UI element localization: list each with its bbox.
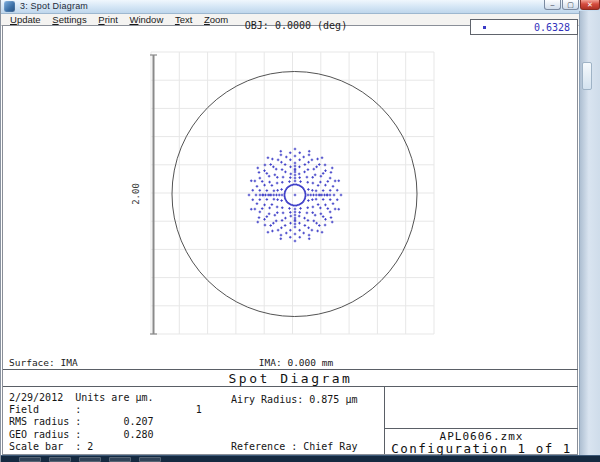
window-title: 3: Spot Diagram bbox=[20, 1, 88, 11]
menu-item-print[interactable]: Print bbox=[98, 14, 118, 25]
app-icon bbox=[4, 1, 15, 12]
taskbar-button[interactable] bbox=[79, 457, 101, 462]
reference-label: Reference : Chief Ray bbox=[231, 441, 357, 452]
wavelength-swatch-icon bbox=[483, 26, 486, 29]
ima-coordinate-label: IMA: 0.000 mm bbox=[151, 357, 441, 368]
configuration-label: Configuration 1 of 1 bbox=[385, 441, 578, 456]
divider bbox=[384, 428, 578, 429]
surface-label: Surface: IMA bbox=[9, 357, 78, 368]
scrollbar-track[interactable] bbox=[579, 11, 600, 455]
divider bbox=[3, 386, 578, 387]
minimize-button[interactable]: – bbox=[544, 0, 561, 10]
spot-statistics: 2/29/2012 Units are μm. Field : 1 RMS ra… bbox=[9, 392, 202, 453]
obj-field-label: OBJ: 0.0000 (deg) bbox=[151, 20, 441, 31]
menu-item-update[interactable]: Update bbox=[10, 14, 41, 25]
plot-title: Spot Diagram bbox=[3, 371, 578, 386]
menu-item-settings[interactable]: Settings bbox=[52, 14, 86, 25]
airy-radius-label: Airy Radius: 0.875 μm bbox=[231, 394, 357, 405]
close-button[interactable]: ✕ bbox=[580, 0, 600, 10]
scrollbar-thumb[interactable] bbox=[582, 62, 592, 90]
taskbar-button[interactable] bbox=[19, 457, 41, 462]
taskbar bbox=[1, 455, 600, 462]
scale-bar-label: 2.00 bbox=[131, 183, 141, 205]
maximize-button[interactable]: ▢ bbox=[562, 0, 579, 10]
titlebar[interactable]: 3: Spot Diagram bbox=[1, 0, 600, 14]
app-window: 3: Spot Diagram – ▢ ✕ Update Settings Pr… bbox=[0, 0, 600, 462]
taskbar-button[interactable] bbox=[49, 457, 71, 462]
taskbar-button[interactable] bbox=[109, 457, 131, 462]
wavelength-legend: 0.6328 bbox=[470, 19, 578, 35]
plot-content-area bbox=[2, 25, 578, 455]
taskbar-button[interactable] bbox=[139, 457, 161, 462]
wavelength-value: 0.6328 bbox=[534, 22, 570, 33]
divider bbox=[3, 369, 578, 370]
